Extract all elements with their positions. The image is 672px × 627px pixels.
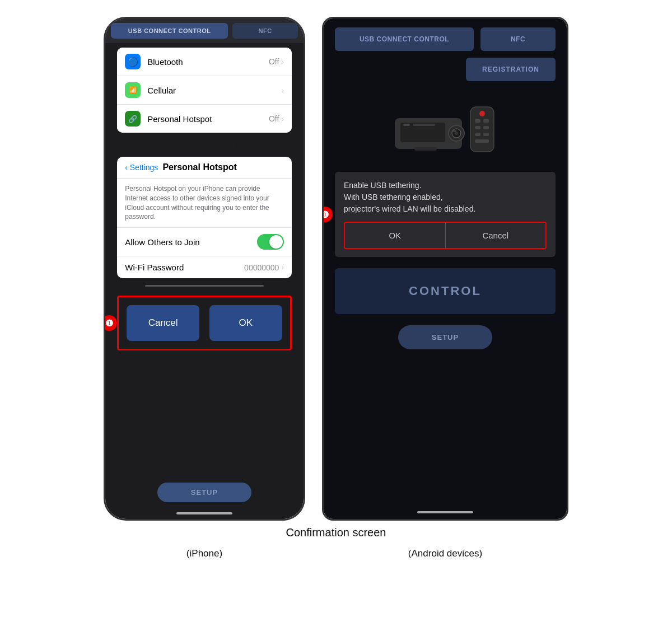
caption-right-block: (Android devices) [322,548,568,559]
svg-rect-10 [475,119,480,123]
registration-button[interactable]: REGISTRATION [466,58,556,81]
projector-image [384,96,507,157]
home-indicator [176,512,232,514]
android-tab-usb[interactable]: USB CONNECT CONTROL [335,27,474,51]
iphone-tab-nfc[interactable]: NFC [232,23,298,39]
enable-step-label: ②Enable Allow Others to Join. [117,141,292,151]
hotspot-back-link[interactable]: ‹ Settings [125,163,158,172]
settings-row-hotspot[interactable]: 🔗 Personal Hotspot Off › [117,105,292,133]
hotspot-title: Personal Hotspot [162,162,236,172]
setup-area: SETUP [105,483,304,502]
caption-left: (iPhone) [186,548,222,559]
hotspot-allow-row[interactable]: Allow Others to Join [117,228,292,256]
wifi-password-row[interactable]: Wi-Fi Password 00000000 › [117,256,292,278]
hotspot-description: Personal Hotspot on your iPhone can prov… [117,179,292,228]
dialog-buttons-row: OK Cancel [344,222,547,249]
dialog-cancel-button[interactable]: Cancel [446,223,546,248]
android-top-row: USB CONNECT CONTROL NFC [335,27,556,51]
usb-tethering-dialog: Enable USB tethering.With USB tethering … [335,172,556,257]
setup-button[interactable]: SETUP [157,483,251,502]
cellular-chevron-icon: › [281,86,283,95]
svg-rect-12 [475,126,480,129]
hotspot-header: ‹ Settings Personal Hotspot [117,157,292,179]
wifi-password-chevron-icon: › [281,263,283,272]
bluetooth-label: Bluetooth [147,57,269,67]
android-screen: USB CONNECT CONTROL NFC REGISTRATION [324,18,567,519]
usb-dialog-wrapper: ❶ Enable USB tethering.With USB tetherin… [335,172,556,257]
svg-point-5 [453,130,456,132]
svg-rect-15 [483,133,489,136]
svg-rect-7 [413,124,435,126]
android-step-badge-1: ❶ [322,207,333,222]
svg-rect-11 [483,119,489,123]
ok-button[interactable]: OK [209,305,282,341]
dialog-ok-button[interactable]: OK [345,223,446,248]
action-buttons-box: Cancel OK [117,296,292,350]
hotspot-value: Off [269,114,279,123]
svg-rect-16 [475,139,489,143]
hotspot-card: ‹ Settings Personal Hotspot Personal Hot… [117,157,292,278]
cancel-button[interactable]: Cancel [127,305,199,341]
android-home-indicator [417,511,473,513]
settings-row-bluetooth[interactable]: 🔵 Bluetooth Off › [117,48,292,76]
iphone-device: USB CONNECT CONTROL NFC 🔵 Bluetooth Off … [104,17,305,521]
caption-left-block: (iPhone) [104,548,305,559]
cellular-icon: 📶 [125,82,141,98]
android-tab-nfc[interactable]: NFC [480,27,556,51]
wifi-password-value: 00000000 [244,263,279,272]
wifi-password-label: Wi-Fi Password [125,263,244,272]
allow-others-label: Allow Others to Join [125,237,257,247]
divider [145,285,264,287]
bluetooth-value: Off [269,57,279,66]
projector-area [335,90,556,163]
svg-point-9 [479,111,485,116]
control-button[interactable]: CONTROL [335,268,556,314]
iphone-screen: USB CONNECT CONTROL NFC 🔵 Bluetooth Off … [105,18,304,519]
hotspot-chevron-icon: › [281,115,283,123]
android-device: USB CONNECT CONTROL NFC REGISTRATION [322,17,568,521]
caption-right: (Android devices) [408,548,482,559]
bluetooth-chevron-icon: › [281,58,283,66]
allow-others-toggle[interactable] [257,234,284,250]
hotspot-icon: 🔗 [125,111,141,127]
svg-rect-6 [403,124,410,126]
settings-row-cellular[interactable]: 📶 Cellular › [117,76,292,105]
cellular-label: Cellular [147,86,281,95]
svg-rect-14 [475,133,480,136]
captions-row: (iPhone) (Android devices) [0,548,672,570]
step-badge-1: ❶ [104,315,117,331]
android-setup-button[interactable]: SETUP [398,325,492,349]
iphone-top-tabs: USB CONNECT CONTROL NFC [105,18,304,43]
settings-panel: 🔵 Bluetooth Off › 📶 Cellular › 🔗 Persona… [117,48,292,133]
svg-rect-13 [483,126,489,129]
action-buttons-wrapper: ❶ Cancel OK [117,296,292,350]
bluetooth-icon: 🔵 [125,54,141,69]
caption-main: Confirmation screen [0,526,672,539]
svg-rect-17 [414,147,437,151]
hotspot-label: Personal Hotspot [147,114,269,124]
usb-dialog-text: Enable USB tethering.With USB tethering … [344,180,547,215]
captions-section: Confirmation screen (iPhone) (Android de… [0,526,672,570]
iphone-tab-usb[interactable]: USB CONNECT CONTROL [111,23,228,39]
